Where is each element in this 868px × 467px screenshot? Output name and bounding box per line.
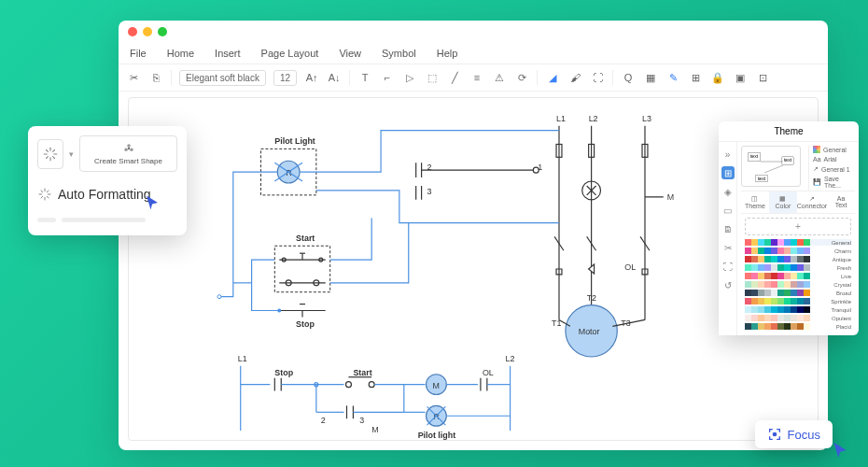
svg-line-85 [47, 196, 49, 198]
pointer-icon[interactable]: ▷ [402, 70, 417, 85]
b-pilot: Pilot light [418, 431, 456, 440]
label-pilot-light: Pilot Light [274, 136, 315, 146]
menu-file[interactable]: File [130, 48, 147, 59]
svg-point-76 [127, 144, 131, 148]
decrease-font-icon[interactable]: A↓ [327, 70, 342, 85]
opt-general[interactable]: General [813, 146, 855, 153]
crop-icon[interactable]: ⛶ [590, 70, 605, 85]
spark-button[interactable] [37, 139, 63, 169]
b-l2: L2 [506, 354, 515, 363]
menu-view[interactable]: View [339, 48, 361, 59]
maximize-icon[interactable] [158, 27, 167, 36]
opt-save[interactable]: 💾Save The... [813, 176, 855, 189]
theme-panel: Theme » ⊞ ◈ ▭ 🗎 ✂ ⛶ ↺ text text text Gen… [719, 121, 859, 335]
create-smart-shape-button[interactable]: Create Smart Shape [79, 135, 177, 172]
menubar: File Home Insert Page Layout View Symbol… [119, 43, 828, 64]
side-theme-icon[interactable]: ⊞ [721, 166, 735, 179]
menu-insert[interactable]: Insert [215, 48, 241, 59]
side-page-icon[interactable]: ▭ [721, 204, 735, 217]
opt-general1[interactable]: ↗General 1 [813, 165, 855, 173]
theme-preview[interactable]: text text text [741, 146, 801, 187]
b-l1: L1 [238, 354, 247, 363]
svg-point-90 [773, 432, 776, 435]
titlebar [119, 21, 828, 43]
paint-icon[interactable]: 🖌 [567, 70, 582, 85]
theme-title: Theme [719, 121, 859, 142]
line-icon[interactable]: ╱ [447, 70, 462, 85]
svg-line-72 [47, 149, 49, 151]
svg-point-79 [127, 148, 129, 149]
side-doc-icon[interactable]: 🗎 [721, 222, 735, 235]
palette-row[interactable]: Fresh [745, 264, 851, 271]
side-collapse-icon[interactable]: » [721, 148, 735, 161]
connector-icon[interactable]: ⌐ [380, 70, 395, 85]
palette-row[interactable]: Antique [745, 256, 851, 262]
palette-row[interactable]: Opulent [745, 315, 851, 321]
side-layers-icon[interactable]: ◈ [721, 185, 735, 198]
menu-home[interactable]: Home [167, 48, 194, 59]
copy-icon[interactable]: ⎘ [148, 70, 163, 85]
spark-icon [37, 187, 52, 202]
cursor-icon [144, 194, 161, 211]
more-icon[interactable]: ⊡ [755, 70, 770, 85]
palette-row[interactable]: Live [745, 273, 851, 279]
tab-color[interactable]: ▦Color [769, 191, 797, 213]
b-m2: M [371, 425, 378, 434]
group-icon[interactable]: ⊞ [688, 70, 703, 85]
svg-line-86 [41, 196, 43, 198]
side-clip-icon[interactable]: ✂ [721, 241, 735, 254]
auto-format-label[interactable]: Auto Formatting [58, 183, 151, 205]
layer-icon[interactable]: ▣ [733, 70, 748, 85]
svg-line-87 [47, 191, 49, 192]
fontsize-select[interactable]: 12 [273, 70, 297, 86]
focus-button[interactable]: Focus [755, 420, 833, 448]
palette-row[interactable]: Placid [745, 323, 851, 330]
pen-icon[interactable]: ✎ [665, 70, 680, 85]
lock-icon[interactable]: 🔒 [710, 70, 725, 85]
palette-row[interactable]: General [745, 239, 851, 246]
b-start: Start [353, 368, 371, 377]
cursor-icon [831, 441, 849, 460]
increase-font-icon[interactable]: A↑ [304, 70, 319, 85]
svg-point-77 [124, 148, 128, 151]
svg-line-74 [47, 156, 49, 158]
fill-icon[interactable]: ◢ [545, 70, 560, 85]
svg-line-84 [41, 191, 43, 192]
palette-row[interactable]: Charm [745, 248, 851, 254]
opt-font[interactable]: AaArial [813, 156, 855, 163]
svg-point-18 [217, 295, 221, 299]
palette-row[interactable]: Broad [745, 290, 851, 296]
side-expand-icon[interactable]: ⛶ [721, 260, 735, 273]
close-icon[interactable] [128, 27, 137, 36]
svg-point-48 [345, 382, 351, 388]
tab-connector[interactable]: ↗Connector [797, 191, 827, 213]
menu-help[interactable]: Help [437, 48, 458, 59]
grid-icon[interactable]: ▦ [643, 70, 658, 85]
font-select[interactable]: Elegant soft black [179, 70, 266, 86]
text-icon[interactable]: T [357, 70, 372, 85]
side-history-icon[interactable]: ↺ [721, 278, 735, 291]
label-l1: L1 [556, 114, 566, 123]
b-3: 3 [359, 416, 364, 425]
menu-symbol[interactable]: Symbol [382, 48, 416, 59]
rotate-icon[interactable]: ⟳ [514, 70, 529, 85]
tab-theme[interactable]: ◫Theme [741, 191, 769, 213]
minimize-icon[interactable] [143, 27, 152, 36]
canvas[interactable]: L1 L2 L3 OL M Motor T1 T2 T3 Pilot Light… [128, 97, 819, 441]
palette-row[interactable]: Sprinkle [745, 298, 851, 304]
label-motor: Motor [579, 327, 600, 336]
search-icon[interactable]: Q [621, 70, 636, 85]
spark-icon [42, 146, 59, 163]
menu-pagelayout[interactable]: Page Layout [261, 48, 319, 59]
add-palette-button[interactable]: + [745, 218, 851, 235]
auto-format-card: ▾ Create Smart Shape Auto Formatting [28, 126, 187, 235]
label-l2: L2 [589, 114, 598, 123]
warning-icon[interactable]: ⚠ [492, 70, 507, 85]
palette-row[interactable]: Tranquil [745, 306, 851, 313]
cut-icon[interactable]: ✂ [126, 70, 141, 85]
align-icon[interactable]: ≡ [469, 70, 484, 85]
shape-icon[interactable]: ⬚ [425, 70, 440, 85]
tab-text[interactable]: AaText [827, 191, 855, 213]
palette-row[interactable]: Crystal [745, 281, 851, 288]
focus-icon [767, 427, 782, 442]
